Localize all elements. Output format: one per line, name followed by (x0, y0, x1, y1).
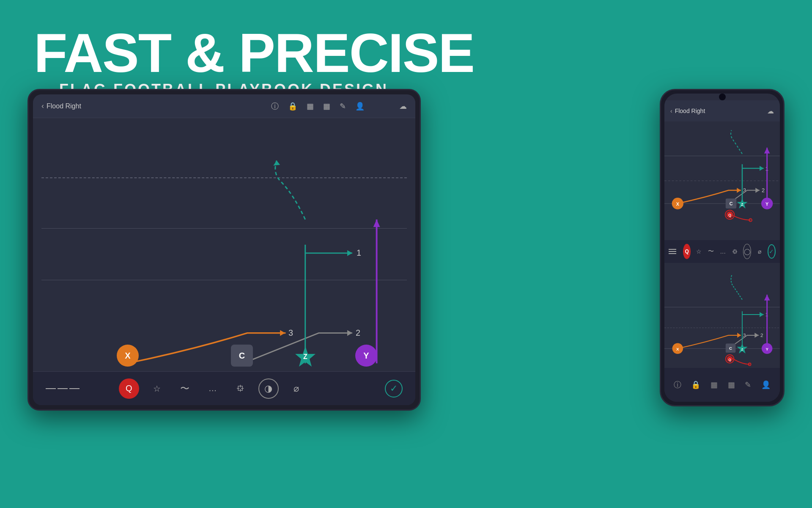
svg-text:Z: Z (741, 202, 743, 207)
svg-marker-0 (280, 330, 285, 336)
svg-text:2: 2 (760, 332, 763, 338)
toolbar-tools: Q ☆ 〜 … ⯐ (119, 378, 307, 399)
lock-icon[interactable]: 🔒 (288, 102, 297, 111)
tool-circle[interactable]: ◑ (258, 378, 279, 399)
svg-marker-7 (373, 219, 380, 227)
svg-text:3: 3 (288, 328, 293, 337)
phone-pencil-icon[interactable]: ✎ (745, 380, 751, 389)
svg-text:X: X (676, 202, 680, 207)
player-x[interactable]: X (117, 345, 139, 367)
phone-person-icon[interactable]: 👤 (761, 380, 771, 389)
svg-marker-4 (347, 250, 352, 256)
tool-star[interactable]: ☆ (147, 378, 167, 399)
svg-text:3: 3 (743, 187, 746, 193)
svg-text:2: 2 (356, 328, 360, 337)
tool-dots[interactable]: … (203, 378, 223, 399)
tool-pin[interactable]: ⯐ (230, 378, 251, 399)
phone-back-button[interactable]: ‹ (670, 108, 672, 114)
confirm-button[interactable]: ✓ (385, 380, 403, 398)
tool-player[interactable]: Q (119, 378, 139, 399)
svg-marker-20 (764, 148, 770, 154)
svg-marker-9 (295, 346, 315, 367)
menu-button[interactable] (46, 387, 80, 390)
phone-panel-icon[interactable]: ▦ (728, 380, 735, 389)
phone-play-preview: 3 2 1 X C (664, 263, 780, 368)
svg-text:1: 1 (765, 166, 768, 172)
main-title: FAST & PRECISE (34, 25, 474, 80)
phone-tool-player[interactable]: Q (683, 244, 691, 259)
svg-marker-40 (760, 312, 764, 317)
panel-icon[interactable]: ▦ (323, 102, 330, 111)
phone-play-title: Flood Right (675, 108, 705, 114)
phone-canvas: 3 2 1 (664, 121, 780, 240)
svg-marker-14 (737, 188, 741, 193)
tablet-header-icons: ⓘ 🔒 ▦ ▦ ✎ 👤 ☁ (271, 101, 407, 111)
cloud-icon[interactable]: ☁ (399, 102, 407, 111)
svg-marker-36 (737, 333, 741, 338)
phone-info-icon[interactable]: ⓘ (674, 380, 681, 390)
svg-marker-16 (755, 188, 760, 193)
phone-lock-icon[interactable]: 🔒 (691, 380, 700, 389)
phone-tool-circle[interactable]: ◯ (743, 244, 751, 259)
svg-point-22 (672, 198, 683, 209)
phone-menu-button[interactable] (669, 249, 676, 254)
svg-text:C: C (729, 346, 732, 351)
svg-marker-18 (760, 166, 764, 171)
pencil-icon[interactable]: ✎ (340, 102, 346, 111)
svg-text:Z: Z (741, 348, 743, 351)
phone-cloud-icon[interactable]: ☁ (767, 107, 774, 115)
tool-cancel[interactable]: ⌀ (286, 378, 307, 399)
phone-bottom-toolbar: ⓘ 🔒 ▦ ▦ ✎ 👤 (664, 368, 780, 402)
svg-marker-6 (273, 160, 280, 166)
svg-text:Z: Z (303, 353, 307, 360)
field-line-1 (41, 228, 407, 229)
phone-toolbar-mid: Q ☆ 〜 … ⯐ ◯ ⌀ (664, 240, 780, 263)
svg-text:Y: Y (765, 202, 768, 207)
phone-tool-cancel[interactable]: ⌀ (755, 244, 763, 259)
field-line-scrimmage (41, 177, 407, 178)
tablet-toolbar: Q ☆ 〜 … ⯐ (33, 371, 415, 405)
info-icon[interactable]: ⓘ (271, 101, 279, 111)
phone-grid-icon[interactable]: ▦ (710, 380, 718, 389)
tablet-device: ‹ Flood Right ⓘ 🔒 ▦ ▦ ✎ 👤 ☁ (27, 89, 421, 411)
svg-text:C: C (730, 201, 733, 206)
svg-text:Y: Y (765, 347, 768, 351)
phone-confirm-button[interactable]: ✓ (768, 244, 776, 259)
svg-point-28 (761, 198, 773, 209)
phone-tool-star[interactable]: ☆ (695, 244, 702, 259)
player-y[interactable]: Y (355, 345, 377, 367)
svg-marker-26 (737, 198, 747, 208)
svg-text:X: X (676, 347, 679, 351)
svg-text:2: 2 (762, 187, 765, 193)
grid-icon[interactable]: ▦ (307, 102, 314, 111)
svg-marker-38 (754, 333, 759, 338)
tablet-play-title: Flood Right (47, 102, 81, 110)
svg-marker-42 (764, 295, 770, 301)
tablet-canvas: 3 2 1 (33, 118, 415, 371)
phone-tool-pin[interactable]: ⯐ (731, 244, 739, 259)
svg-text:Q: Q (729, 358, 731, 362)
player-c[interactable]: C (231, 345, 253, 367)
field-line-2 (41, 280, 407, 280)
phone-header: ‹ Flood Right ☁ (664, 100, 780, 121)
player-z[interactable]: Z (294, 345, 316, 367)
svg-text:1: 1 (357, 248, 361, 257)
routes-svg: 3 2 1 (33, 118, 415, 371)
svg-marker-2 (347, 330, 352, 336)
svg-text:Q: Q (728, 213, 731, 217)
svg-rect-24 (726, 199, 736, 208)
header-section: FAST & PRECISE FLAG FOOTBALL PLAYBOOK DE… (34, 25, 778, 99)
svg-point-30 (725, 210, 735, 219)
phone-tool-dots[interactable]: … (719, 244, 727, 259)
phone-tool-wave[interactable]: 〜 (707, 244, 715, 259)
phone-device: ‹ Flood Right ☁ 3 (660, 89, 785, 406)
phone-notch (719, 94, 726, 100)
back-chevron-icon: ‹ (41, 102, 44, 110)
tool-wave[interactable]: 〜 (175, 378, 195, 399)
back-button[interactable]: ‹ Flood Right (41, 102, 81, 110)
svg-point-21 (749, 219, 752, 222)
person-icon[interactable]: 👤 (355, 102, 365, 111)
svg-point-31 (727, 211, 733, 218)
tablet-header: ‹ Flood Right ⓘ 🔒 ▦ ▦ ✎ 👤 ☁ (33, 94, 415, 118)
phone-back-chevron: ‹ (670, 108, 672, 114)
